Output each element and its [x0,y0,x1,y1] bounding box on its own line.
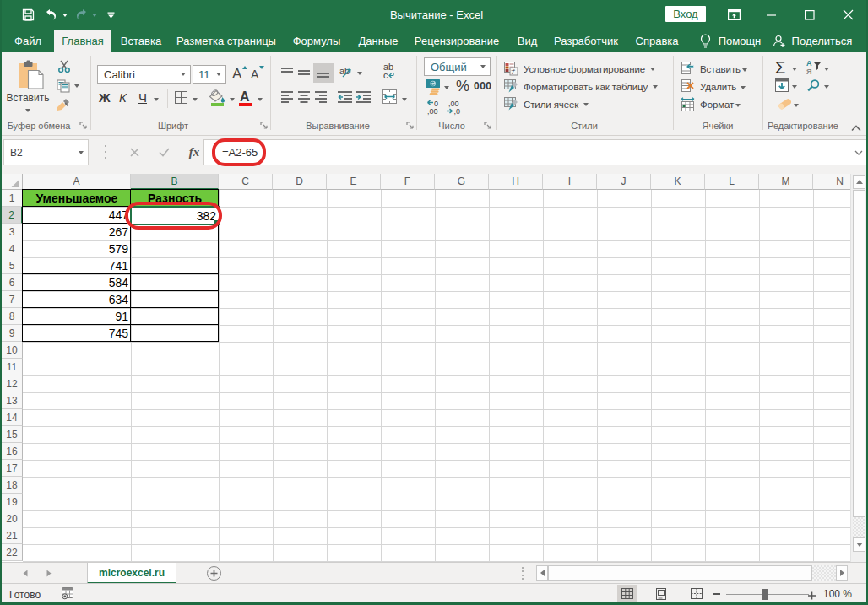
font-color-icon[interactable]: А [238,89,252,111]
zoom-slider-track[interactable] [726,594,809,595]
sort-filter-icon[interactable]: АЯ [806,59,822,78]
zoom-in-icon[interactable] [807,589,816,599]
tabbar-splitter[interactable] [520,567,525,580]
bold-button[interactable]: Ж [99,90,114,107]
wrap-text-icon[interactable]: abc [383,62,397,83]
fill-color-icon[interactable] [209,89,225,111]
row-header-16[interactable]: 16 [2,443,23,460]
insert-function-icon[interactable]: fx [182,139,206,165]
sheet-nav-right-icon[interactable] [43,563,55,584]
comma-style-icon[interactable]: 000 [474,80,492,92]
new-sheet-icon[interactable] [207,566,221,581]
collapse-ribbon-icon[interactable] [851,120,863,128]
row-header-13[interactable]: 13 [2,392,23,409]
orientation-dropdown-icon[interactable] [357,71,362,75]
normal-view-button[interactable] [617,585,637,602]
font-color-dropdown-icon[interactable] [258,97,263,101]
row-header-17[interactable]: 17 [2,460,23,477]
insert-cells-dropdown-icon[interactable] [742,68,747,72]
grow-font-icon[interactable]: A [231,64,247,84]
row-header-9[interactable]: 9 [2,325,23,342]
column-header-A[interactable]: A [23,174,131,190]
scroll-down-icon[interactable] [853,537,865,552]
expand-formula-bar-icon[interactable] [852,139,865,165]
vertical-scrollbar[interactable] [850,174,866,562]
row-header-1[interactable]: 1 [2,190,23,207]
align-middle-icon[interactable] [298,66,310,81]
save-icon[interactable] [20,0,35,30]
orientation-icon[interactable]: ab [339,64,354,82]
row-header-7[interactable]: 7 [2,291,23,308]
row-header-14[interactable]: 14 [2,409,23,426]
accounting-format-icon[interactable] [426,78,442,99]
column-header-D[interactable]: D [273,174,327,190]
row-header-5[interactable]: 5 [2,257,23,274]
font-name-combo[interactable]: Calibri [97,65,191,84]
horizontal-scrollbar[interactable] [532,565,853,581]
select-all-corner[interactable] [2,174,23,190]
row-header-8[interactable]: 8 [2,308,23,325]
row-header-11[interactable]: 11 [2,359,23,375]
tab-insert[interactable]: Вставка [111,30,171,52]
horizontal-scroll-track[interactable] [812,565,836,581]
row-header-12[interactable]: 12 [2,375,23,392]
undo-icon[interactable] [42,0,59,30]
formula-input[interactable]: =A2-65 [204,139,866,165]
column-header-M[interactable]: M [759,174,813,190]
copy-icon[interactable] [57,79,71,96]
name-box[interactable]: B2 [3,139,89,165]
horizontal-scroll-thumb[interactable] [548,565,812,581]
column-header-E[interactable]: E [327,174,381,190]
row-header-22[interactable]: 22 [2,544,23,561]
accounting-dropdown-icon[interactable] [444,85,449,89]
row-header-20[interactable]: 20 [2,510,23,527]
row-header-21[interactable]: 21 [2,527,23,544]
vertical-scroll-thumb[interactable] [853,190,865,517]
format-cells-button[interactable]: Формат [681,95,734,113]
merge-center-dropdown-icon[interactable] [402,97,407,101]
conditional-formatting-button[interactable]: ≠ Условное форматирование [504,60,655,78]
align-center-icon[interactable] [298,91,310,106]
sort-filter-dropdown-icon[interactable] [824,67,829,71]
shrink-font-icon[interactable]: A [250,64,265,84]
merge-center-icon[interactable] [382,89,397,107]
clipboard-dialog-launcher-icon[interactable] [79,122,88,130]
tab-review[interactable]: Рецензирование [405,30,508,52]
scroll-up-icon[interactable] [853,175,865,189]
column-header-K[interactable]: K [651,174,705,190]
fill-color-dropdown-icon[interactable] [230,97,235,101]
customize-quick-access-icon[interactable] [105,0,117,30]
row-header-10[interactable]: 10 [2,342,23,359]
number-dialog-launcher-icon[interactable] [484,122,492,130]
zoom-slider-thumb[interactable] [762,589,768,600]
tab-developer[interactable]: Разработчик [546,30,626,52]
tab-formulas[interactable]: Формулы [282,30,351,52]
tab-assistant[interactable]: Помощн [688,30,773,52]
column-header-F[interactable]: F [381,174,435,190]
redo-icon[interactable] [73,0,90,30]
percent-style-icon[interactable]: % [456,78,471,95]
increase-indent-icon[interactable] [356,91,371,106]
sheet-nav-left-icon[interactable] [19,563,31,584]
column-header-J[interactable]: J [597,174,651,190]
minimize-icon[interactable] [759,0,784,30]
zoom-out-icon[interactable] [713,592,722,596]
paste-dropdown-icon[interactable] [25,108,30,112]
page-break-view-button[interactable] [686,585,707,602]
format-as-table-button[interactable]: Форматировать как таблицу [504,78,658,95]
cell-styles-button[interactable]: Стили ячеек [504,95,589,113]
row-header-19[interactable]: 19 [2,494,23,510]
find-select-dropdown-icon[interactable] [824,84,829,89]
insert-cells-button[interactable]: Вставить [681,60,741,78]
enter-icon[interactable] [152,139,176,165]
align-left-icon[interactable] [281,91,293,106]
underline-button[interactable]: Ч [138,90,150,107]
row-header-4[interactable]: 4 [2,240,23,257]
format-painter-icon[interactable] [56,98,72,116]
fill-dropdown-icon[interactable] [792,84,797,89]
column-header-B[interactable]: B [131,174,219,190]
tab-home[interactable]: Главная [54,30,111,52]
vertical-scroll-track[interactable] [853,517,865,537]
alignment-dialog-launcher-icon[interactable] [406,122,415,130]
font-dialog-launcher-icon[interactable] [260,122,269,130]
